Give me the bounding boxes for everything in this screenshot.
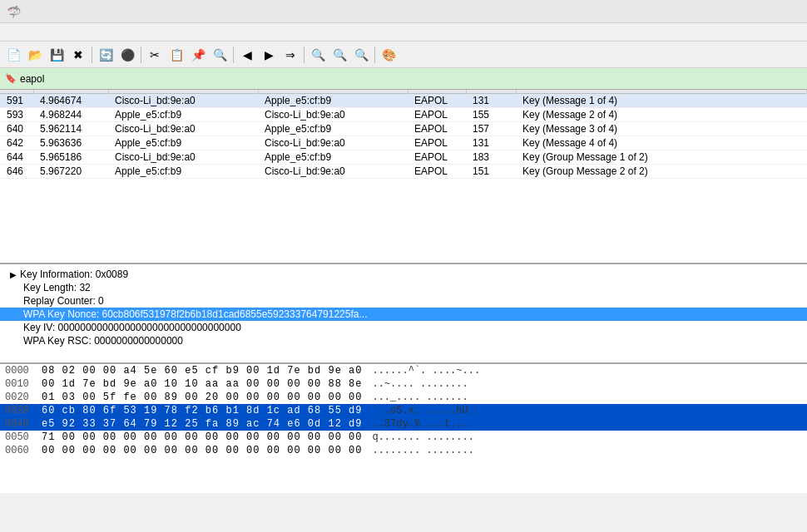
detail-row[interactable]: ▶Key Information: 0x0089 — [0, 268, 807, 281]
hex-bytes: 00 1d 7e bd 9e a0 10 10 aa aa 00 00 00 0… — [37, 377, 367, 391]
cell-length: 183 — [466, 150, 516, 165]
table-row[interactable]: 591 4.964674 Cisco-Li_bd:9e:a0 Apple_e5:… — [0, 94, 807, 108]
detail-row[interactable]: Key IV: 00000000000000000000000000000000… — [0, 321, 807, 334]
toolbar-zoom-out[interactable]: 🔍 — [329, 45, 349, 65]
cell-destination: Apple_e5:cf:b9 — [258, 150, 408, 165]
toolbar-close[interactable]: ✖ — [68, 45, 88, 65]
table-row[interactable]: 640 5.962114 Cisco-Li_bd:9e:a0 Apple_e5:… — [0, 122, 807, 136]
hex-ascii: `..oS.x. .....hU. — [367, 404, 807, 417]
detail-row[interactable]: Replay Counter: 0 — [0, 294, 807, 308]
toolbar-open[interactable]: 📂 — [25, 45, 45, 65]
toolbar-go-to[interactable]: ⇒ — [280, 45, 300, 65]
menu-aide[interactable] — [136, 31, 150, 34]
toolbar-reload[interactable]: 🔄 — [96, 45, 116, 65]
hex-bytes: 60 cb 80 6f 53 19 78 f2 b6 b1 8d 1c ad 6… — [37, 404, 367, 417]
toolbar-zoom-in[interactable]: 🔍 — [308, 45, 328, 65]
toolbar: 📄 📂 💾 ✖ 🔄 ⚫ ✂ 📋 📌 🔍 ◀ ▶ ⇒ 🔍 🔍 🔍 🎨 — [0, 42, 807, 68]
hex-bytes: 08 02 00 00 a4 5e 60 e5 cf b9 00 1d 7e b… — [37, 364, 367, 377]
hex-dump: 0000 08 02 00 00 a4 5e 60 e5 cf b9 00 1d… — [0, 364, 807, 493]
hex-offset: 0050 — [0, 431, 37, 444]
menu-analyser[interactable] — [70, 31, 83, 34]
cell-info: Key (Group Message 2 of 2) — [516, 165, 807, 179]
menu-fichier[interactable] — [3, 31, 17, 34]
cell-source: Cisco-Li_bd:9e:a0 — [108, 122, 258, 136]
toolbar-capture-start[interactable]: ⚫ — [117, 45, 137, 65]
toolbar-paste[interactable]: 📌 — [188, 45, 208, 65]
hex-row[interactable]: 0020 01 03 00 5f fe 00 89 00 20 00 00 00… — [0, 391, 807, 404]
detail-row[interactable]: WPA Key Nonce: 60cb806f531978f2b6b18d1ca… — [0, 308, 807, 321]
cell-protocol: EAPOL — [408, 108, 466, 122]
hex-ascii: ..~.... ........ — [367, 377, 807, 391]
menu-statistiques[interactable] — [83, 31, 97, 34]
toolbar-copy[interactable]: 📋 — [166, 45, 186, 65]
expand-icon: ▶ — [10, 270, 17, 279]
table-row[interactable]: 644 5.965186 Cisco-Li_bd:9e:a0 Apple_e5:… — [0, 150, 807, 165]
cell-destination: Apple_e5:cf:b9 — [258, 122, 408, 136]
toolbar-sep-3 — [233, 47, 234, 63]
menu-aller[interactable] — [43, 31, 57, 34]
cell-no: 640 — [0, 122, 33, 136]
menu-bar — [0, 23, 807, 42]
cell-length: 131 — [466, 136, 516, 150]
hex-offset: 0010 — [0, 377, 37, 391]
cell-protocol: EAPOL — [408, 94, 466, 108]
table-row[interactable]: 593 4.968244 Apple_e5:cf:b9 Cisco-Li_bd:… — [0, 108, 807, 122]
packet-list[interactable]: 591 4.964674 Cisco-Li_bd:9e:a0 Apple_e5:… — [0, 90, 807, 264]
cell-time: 4.968244 — [33, 108, 108, 122]
table-row[interactable]: 642 5.963636 Apple_e5:cf:b9 Cisco-Li_bd:… — [0, 136, 807, 150]
toolbar-zoom-reset[interactable]: 🔍 — [351, 45, 371, 65]
menu-capture[interactable] — [57, 31, 70, 34]
cell-destination: Cisco-Li_bd:9e:a0 — [258, 136, 408, 150]
cell-length: 131 — [466, 94, 516, 108]
packet-table-body: 591 4.964674 Cisco-Li_bd:9e:a0 Apple_e5:… — [0, 94, 807, 179]
cell-info: Key (Message 4 of 4) — [516, 136, 807, 150]
cell-no: 646 — [0, 165, 33, 179]
menu-editer[interactable] — [17, 31, 30, 34]
cell-destination: Cisco-Li_bd:9e:a0 — [258, 108, 408, 122]
hex-offset: 0030 — [0, 404, 37, 417]
filter-bar: 🔖 — [0, 68, 807, 90]
hex-bytes: e5 92 33 37 64 79 12 25 fa 89 ac 74 e6 0… — [37, 417, 367, 431]
toolbar-new[interactable]: 📄 — [3, 45, 23, 65]
hex-table-body: 0000 08 02 00 00 a4 5e 60 e5 cf b9 00 1d… — [0, 364, 807, 457]
toolbar-find[interactable]: 🔍 — [210, 45, 230, 65]
filter-input[interactable] — [20, 73, 186, 85]
table-row[interactable]: 646 5.967220 Apple_e5:cf:b9 Cisco-Li_bd:… — [0, 165, 807, 179]
cell-length: 151 — [466, 165, 516, 179]
cell-source: Cisco-Li_bd:9e:a0 — [108, 94, 258, 108]
toolbar-sep-5 — [374, 47, 375, 63]
cell-protocol: EAPOL — [408, 165, 466, 179]
menu-telephonie[interactable] — [97, 31, 110, 34]
toolbar-back[interactable]: ◀ — [237, 45, 257, 65]
detail-row[interactable]: Key Length: 32 — [0, 281, 807, 294]
cell-no: 644 — [0, 150, 33, 165]
cell-time: 5.962114 — [33, 122, 108, 136]
hex-offset: 0060 — [0, 444, 37, 457]
cell-time: 5.965186 — [33, 150, 108, 165]
menu-wireless[interactable] — [110, 31, 123, 34]
cell-protocol: EAPOL — [408, 136, 466, 150]
hex-offset: 0020 — [0, 391, 37, 404]
cell-source: Apple_e5:cf:b9 — [108, 165, 258, 179]
cell-protocol: EAPOL — [408, 122, 466, 136]
hex-row[interactable]: 0010 00 1d 7e bd 9e a0 10 10 aa aa 00 00… — [0, 377, 807, 391]
toolbar-cut[interactable]: ✂ — [145, 45, 165, 65]
hex-bytes: 00 00 00 00 00 00 00 00 00 00 00 00 00 0… — [37, 444, 367, 457]
cell-time: 4.964674 — [33, 94, 108, 108]
toolbar-forward[interactable]: ▶ — [259, 45, 279, 65]
filter-icon: 🔖 — [5, 73, 17, 84]
hex-row[interactable]: 0060 00 00 00 00 00 00 00 00 00 00 00 00… — [0, 444, 807, 457]
hex-row[interactable]: 0050 71 00 00 00 00 00 00 00 00 00 00 00… — [0, 431, 807, 444]
toolbar-sep-4 — [304, 47, 304, 63]
hex-row[interactable]: 0000 08 02 00 00 a4 5e 60 e5 cf b9 00 1d… — [0, 364, 807, 377]
cell-length: 157 — [466, 122, 516, 136]
hex-row[interactable]: 0040 e5 92 33 37 64 79 12 25 fa 89 ac 74… — [0, 417, 807, 431]
toolbar-save[interactable]: 💾 — [47, 45, 67, 65]
toolbar-coloring[interactable]: 🎨 — [379, 45, 399, 65]
detail-row[interactable]: WPA Key RSC: 0000000000000000 — [0, 334, 807, 347]
cell-time: 5.963636 — [33, 136, 108, 150]
cell-no: 642 — [0, 136, 33, 150]
menu-outils[interactable] — [123, 31, 136, 34]
hex-row[interactable]: 0030 60 cb 80 6f 53 19 78 f2 b6 b1 8d 1c… — [0, 404, 807, 417]
menu-vue[interactable] — [30, 31, 43, 34]
